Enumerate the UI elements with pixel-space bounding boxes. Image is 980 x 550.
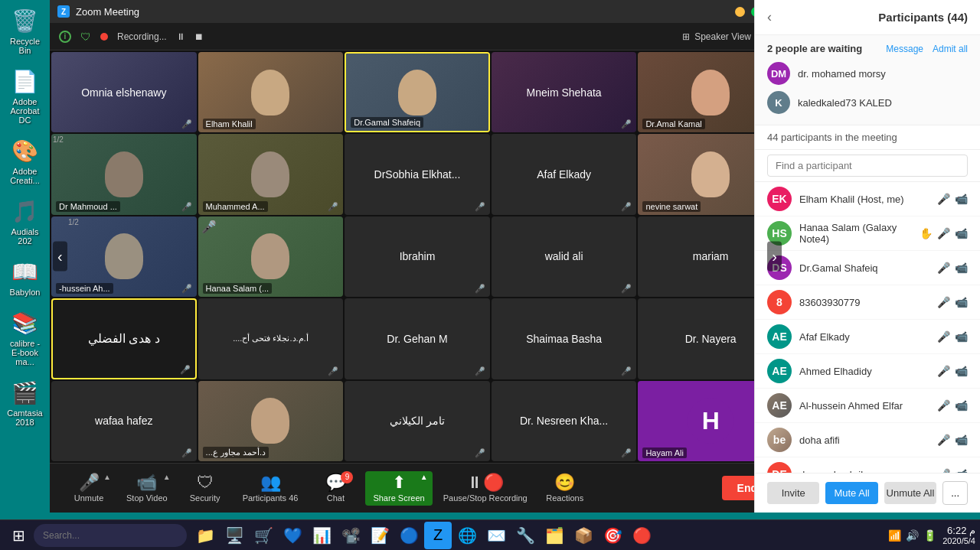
video-cell-najla[interactable]: ....أ.م.د.نجلاء فتحى أح 🎤 [198, 298, 344, 379]
cam-icon: 📹 [955, 365, 968, 377]
participants-button[interactable]: 👥 Participants 46 [235, 471, 306, 506]
reactions-button[interactable]: 😊 Reactions [538, 471, 592, 506]
adobe-acrobat-icon[interactable]: 📄 Adobe Acrobat DC [2, 64, 48, 128]
more-options-button[interactable]: ... [942, 481, 968, 505]
video-cell-ibrahim[interactable]: Ibrahim 🎤 [345, 216, 490, 297]
security-button[interactable]: 🛡 Security [178, 471, 232, 506]
video-cell-wafaa[interactable]: wafaa hafez 🎤 [51, 381, 197, 461]
pause-recording-toolbar-button[interactable]: ⏸🔴 Pause/Stop Recording [436, 471, 535, 506]
taskbar-search[interactable] [34, 524, 187, 547]
taskbar-app-misc3[interactable]: 📦 [570, 522, 597, 549]
participant-name: Afaf Elkady [799, 331, 929, 343]
video-cell-mneim[interactable]: Mneim Shehata 🎤 [492, 52, 637, 132]
taskbar-app-teams[interactable]: 🔵 [395, 522, 423, 549]
info-icon: i [59, 31, 71, 43]
participant-name: Ahmed Elhadidy [799, 366, 929, 377]
participant-name: Al-hussein Ahmed Elfar [799, 400, 929, 412]
waiting-name-kaled: kaledkaled73 KALED [798, 97, 892, 109]
video-cell-elham[interactable]: Elham Khalil [198, 52, 344, 132]
video-cell-hussein[interactable]: ‹ -hussein Ah... 🎤 1/2 [51, 216, 197, 297]
unmute-all-button[interactable]: Unmute All [884, 482, 936, 504]
taskbar-app-store[interactable]: 🛒 [250, 522, 277, 549]
list-item: DS Dr.Gamal Shafeiq 🎤 📹 [755, 251, 980, 285]
search-bar [755, 150, 980, 182]
minimize-button[interactable]: ─ [735, 7, 745, 17]
participant-controls: 🎤 📹 [937, 434, 968, 446]
video-cell-omnia[interactable]: Omnia elshenawy 🎤 [51, 52, 197, 132]
unmute-button[interactable]: 🎤 Unmute ▲ [62, 471, 116, 506]
participant-controls: 🎤 📹 [937, 193, 968, 205]
video-cell-tamer[interactable]: تامر الكيلاني 🎤 [345, 381, 490, 461]
waiting-person-dm: DM dr. mohamed morsy [767, 59, 968, 88]
video-cell-walid[interactable]: walid ali 🎤 [492, 216, 637, 297]
start-button[interactable]: ⊞ [5, 522, 32, 549]
chat-button[interactable]: 💬 Chat 9 [309, 471, 362, 506]
babylon-icon[interactable]: 📖 Babylon [2, 255, 48, 300]
taskbar-app-word[interactable]: 📝 [366, 522, 394, 549]
taskbar-app-edge[interactable]: 🖥️ [220, 522, 248, 549]
participant-avatar: AE [767, 393, 792, 418]
participant-avatar: 8 [767, 290, 792, 314]
video-cell-muhammed[interactable]: Muhammed A... 🎤 [198, 134, 344, 214]
taskbar-app-explorer[interactable]: 📁 [191, 522, 219, 549]
participants-count: 44 participants in the meeting [755, 125, 980, 150]
participant-search-input[interactable] [767, 155, 968, 177]
pause-recording-button[interactable]: ⏸ [176, 31, 185, 42]
video-cell-drsobhia[interactable]: DrSobhia Elkhat... 🎤 [345, 134, 490, 214]
participant-name: 83603930779 [799, 297, 929, 308]
zoom-logo: Z [57, 5, 70, 18]
taskbar-app-zoom[interactable]: Z [424, 522, 452, 549]
list-item: 8 83603930779 🎤 📹 [755, 285, 980, 320]
taskbar-app-mail[interactable]: ✉️ [482, 522, 510, 549]
cam-icon: 📹 [955, 330, 968, 343]
audials-icon[interactable]: 🎵 Audials 202 [2, 194, 48, 249]
camtasia-icon[interactable]: 🎬 Camtasia 2018 [2, 376, 48, 430]
network-icon: 📶 [888, 529, 901, 542]
video-cell-nesreen[interactable]: Dr. Nesreen Kha... 🎤 [492, 381, 637, 461]
speaker-view-icon: ⊞ [682, 31, 690, 42]
mute-all-button[interactable]: Mute All [825, 482, 877, 504]
calibre-icon[interactable]: 📚 calibre - E-book ma... [2, 306, 48, 369]
speaker-view-button[interactable]: ⊞ Speaker View [682, 31, 751, 42]
prev-page-button[interactable]: ‹ [53, 242, 67, 272]
taskbar-app-misc2[interactable]: 🗂️ [541, 522, 568, 549]
taskbar-app-misc1[interactable]: 🔧 [511, 522, 539, 549]
taskbar-app-powerpoint[interactable]: 📽️ [337, 522, 364, 549]
stop-recording-button[interactable]: ⏹ [194, 31, 204, 42]
list-item: HS Hanaa Salam (Galaxy Note4) ✋ 🎤 📹 [755, 216, 980, 251]
taskbar-app-misc4[interactable]: 🎯 [599, 522, 626, 549]
video-cell-huda[interactable]: د هدى الفضلي 🎤 [51, 298, 197, 379]
video-cell-afaf[interactable]: Afaf Elkady 🎤 [492, 134, 637, 214]
video-cell-mahmoud[interactable]: Dr Mahmoud ... 🎤 1/2 [51, 134, 197, 214]
mic-icon: 🎤 [937, 262, 950, 274]
stop-video-button[interactable]: 📹 Stop Video ▲ [119, 471, 175, 506]
list-item: AE Afaf Elkady 🎤 📹 [755, 320, 980, 354]
taskbar-apps: 📁 🖥️ 🛒 💙 📊 📽️ 📝 🔵 Z 🌐 ✉️ 🔧 🗂️ 📦 🎯 🔴 [191, 522, 655, 549]
participants-panel: ‹ Participants (44) 2 people are waiting… [754, 0, 980, 513]
mute-indicator: 🎤 [181, 119, 192, 129]
panel-back-button[interactable]: ‹ [767, 9, 772, 25]
taskbar-app-misc5[interactable]: 🔴 [628, 522, 655, 549]
next-page-button[interactable]: › [767, 242, 782, 272]
taskbar-app-chrome[interactable]: 🌐 [453, 522, 481, 549]
video-cell-ahmed-mj[interactable]: ...د.أحمد مجاور ع [198, 381, 344, 461]
waiting-person-kaled: K kaledkaled73 KALED [767, 88, 968, 117]
zoom-top-bar: i 🛡 Recording... ⏸ ⏹ ⊞ Speaker View ⛶ [50, 23, 785, 50]
video-cell-gehan[interactable]: Dr. Gehan M 🎤 [345, 298, 490, 379]
adobe-creative-icon[interactable]: 🎨 Adobe Creati... [2, 134, 48, 188]
share-screen-button[interactable]: ⬆ Share Screen ▲ [365, 471, 432, 506]
participant-name: Elham Khalil (Host, me) [799, 194, 929, 205]
video-cell-gamal[interactable]: Dr.Gamal Shafeiq [345, 52, 490, 132]
recycle-bin-icon[interactable]: 🗑️ Recycle Bin [2, 4, 48, 58]
video-cell-hanaa[interactable]: Hanaa Salam (... 🎤 [198, 216, 344, 297]
list-item: be doha afifi 🎤 📹 [755, 423, 980, 457]
taskbar-app-excel[interactable]: 📊 [308, 522, 335, 549]
invite-button[interactable]: Invite [767, 482, 819, 504]
admit-all-button[interactable]: Admit all [933, 44, 968, 54]
message-button[interactable]: Message [886, 44, 923, 54]
mute-indicator: 🎤 [621, 284, 632, 294]
video-cell-shaimaa[interactable]: Shaimaa Basha 🎤 [492, 298, 637, 379]
participant-avatar: AE [767, 324, 792, 349]
taskbar-system-icons: 📶 🔊 🔋 [888, 529, 936, 542]
taskbar-app-vscode[interactable]: 💙 [279, 522, 306, 549]
